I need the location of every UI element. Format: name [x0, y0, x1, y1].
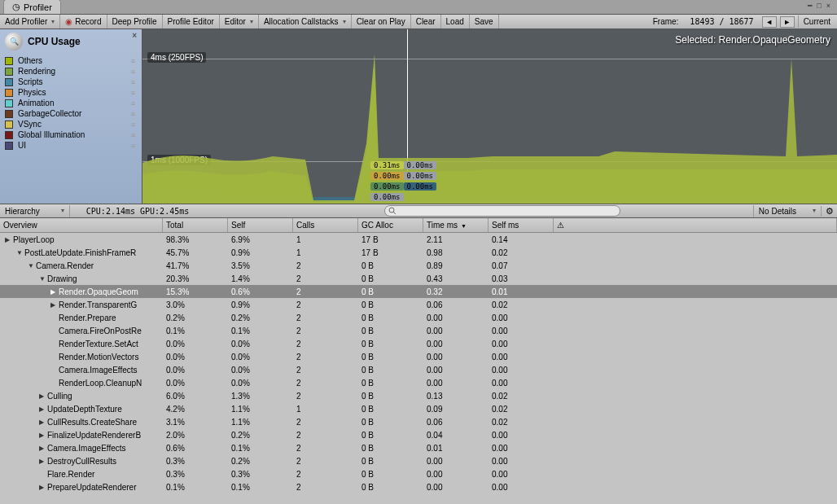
row-total: 0.1%	[163, 483, 228, 492]
editor-dropdown[interactable]: Editor	[220, 15, 259, 28]
row-self: 0.6%	[228, 287, 293, 296]
legend-item-physics[interactable]: Physics≡	[5, 87, 137, 98]
profiler-tab[interactable]: ◷ Profiler	[3, 0, 61, 14]
tree-row[interactable]: ▶PlayerLoop98.3%6.9%117 B2.110.14	[0, 233, 837, 246]
frame-prev-button[interactable]: ◄	[762, 16, 777, 28]
col-calls[interactable]: Calls	[293, 218, 358, 232]
row-gc: 0 B	[358, 470, 423, 479]
legend-item-ui[interactable]: UI≡	[5, 140, 137, 151]
tree-row[interactable]: RenderTexture.SetAct0.0%0.0%20 B0.000.00	[0, 337, 837, 350]
save-button[interactable]: Save	[470, 15, 499, 28]
frame-navigator: Frame: 18493 / 18677 ◄ ► Current	[648, 15, 837, 28]
drag-handle-icon[interactable]: ≡	[131, 142, 134, 150]
tree-row[interactable]: ▶Render.OpaqueGeom15.3%0.6%20 B0.320.01	[0, 285, 837, 298]
drag-handle-icon[interactable]: ≡	[131, 68, 134, 76]
row-total: 0.0%	[163, 353, 228, 362]
expand-arrow-icon[interactable]: ▶	[5, 236, 13, 243]
frame-next-button[interactable]: ►	[780, 16, 795, 28]
row-gc: 0 B	[358, 274, 423, 283]
tree-row[interactable]: ▶CullResults.CreateShare3.1%1.1%20 B0.06…	[0, 415, 837, 428]
load-button[interactable]: Load	[441, 15, 470, 28]
col-warnings[interactable]: ⚠	[554, 218, 837, 232]
drag-handle-icon[interactable]: ≡	[131, 131, 134, 139]
tree-row[interactable]: ▶FinalizeUpdateRendererB2.0%0.2%20 B0.04…	[0, 428, 837, 441]
expand-arrow-icon[interactable]: ▼	[16, 249, 24, 256]
profiler-graph[interactable]: Selected: Render.OpaqueGeometry 4ms (250…	[142, 29, 837, 204]
tree-row[interactable]: Camera.FireOnPostRe0.1%0.1%20 B0.000.00	[0, 324, 837, 337]
hierarchy-dropdown[interactable]: Hierarchy	[0, 205, 70, 217]
clear-on-play-button[interactable]: Clear on Play	[352, 15, 411, 28]
expand-arrow-icon[interactable]: ▶	[39, 419, 47, 426]
tree-row[interactable]: ▶PrepareUpdateRenderer0.1%0.1%20 B0.000.…	[0, 480, 837, 493]
legend-item-animation[interactable]: Animation≡	[5, 98, 137, 108]
tree-row[interactable]: ▶Culling6.0%1.3%20 B0.130.02	[0, 389, 837, 402]
row-time: 0.43	[423, 274, 489, 283]
row-name: RenderLoop.CleanupN	[59, 379, 142, 388]
col-gc-alloc[interactable]: GC Alloc	[358, 218, 423, 232]
expand-arrow-icon[interactable]: ▶	[39, 405, 47, 413]
window-close-icon[interactable]: ×	[825, 2, 832, 10]
deep-profile-button[interactable]: Deep Profile	[107, 15, 163, 28]
tree-row[interactable]: ▶UpdateDepthTexture4.2%1.1%10 B0.090.02	[0, 402, 837, 415]
drag-handle-icon[interactable]: ≡	[131, 121, 134, 129]
tree-row[interactable]: ▶Render.TransparentG3.0%0.9%20 B0.060.02	[0, 298, 837, 311]
legend-item-rendering[interactable]: Rendering≡	[5, 66, 137, 77]
tree-row[interactable]: Flare.Render0.3%0.3%20 B0.000.00	[0, 467, 837, 480]
expand-arrow-icon[interactable]: ▶	[39, 432, 47, 439]
current-button[interactable]: Current	[798, 15, 835, 28]
row-time: 0.00	[423, 353, 489, 362]
row-selfms: 0.00	[489, 379, 554, 388]
tree-row[interactable]: ▶Camera.ImageEffects0.6%0.1%20 B0.010.00	[0, 441, 837, 454]
tree-row[interactable]: Render.Prepare0.2%0.2%20 B0.000.00	[0, 311, 837, 324]
record-button[interactable]: ◉ Record	[60, 15, 107, 28]
tree-row[interactable]: ▼Drawing20.3%1.4%20 B0.430.03	[0, 272, 837, 285]
drag-handle-icon[interactable]: ≡	[131, 57, 134, 65]
row-self: 1.3%	[228, 392, 293, 401]
tree-row[interactable]: ▼Camera.Render41.7%3.5%20 B0.890.07	[0, 259, 837, 272]
tree-row[interactable]: Render.MotionVectors0.0%0.0%20 B0.000.00	[0, 350, 837, 363]
window-max-icon[interactable]: □	[815, 2, 822, 10]
expand-arrow-icon[interactable]: ▶	[50, 301, 59, 309]
legend-item-global-illumination[interactable]: Global Illumination≡	[5, 129, 137, 140]
sidebar-close-icon[interactable]: ×	[132, 31, 137, 40]
tree-row[interactable]: Camera.ImageEffects0.0%0.0%20 B0.000.00	[0, 363, 837, 376]
search-input[interactable]	[384, 205, 620, 217]
legend-item-garbagecollector[interactable]: GarbageCollector≡	[5, 108, 137, 119]
row-calls: 2	[293, 261, 358, 270]
window-min-icon[interactable]: ━	[806, 2, 813, 10]
graph-stacked-area	[142, 29, 837, 204]
add-profiler-dropdown[interactable]: Add Profiler	[0, 15, 60, 28]
clear-button[interactable]: Clear	[411, 15, 441, 28]
row-self: 0.0%	[228, 353, 293, 362]
col-total[interactable]: Total	[163, 218, 228, 232]
tree-row[interactable]: ▼PostLateUpdate.FinishFrameR45.7%0.9%117…	[0, 246, 837, 259]
details-dropdown[interactable]: No Details	[753, 205, 821, 217]
profile-editor-button[interactable]: Profile Editor	[163, 15, 220, 28]
legend-item-vsync[interactable]: VSync≡	[5, 119, 137, 129]
drag-handle-icon[interactable]: ≡	[131, 89, 134, 97]
legend-label: Scripts	[18, 77, 43, 86]
expand-arrow-icon[interactable]: ▶	[39, 458, 47, 465]
col-self[interactable]: Self	[228, 218, 293, 232]
tree-row[interactable]: ▶DestroyCullResults0.3%0.2%20 B0.000.00	[0, 454, 837, 467]
col-time-ms[interactable]: Time ms▼	[423, 218, 489, 232]
expand-arrow-icon[interactable]: ▼	[39, 275, 47, 283]
hierarchy-tree[interactable]: ▶PlayerLoop98.3%6.9%117 B2.110.14▼PostLa…	[0, 233, 837, 504]
tree-row[interactable]: RenderLoop.CleanupN0.0%0.0%20 B0.000.00	[0, 376, 837, 389]
drag-handle-icon[interactable]: ≡	[131, 110, 134, 118]
expand-arrow-icon[interactable]: ▼	[28, 262, 36, 270]
expand-arrow-icon[interactable]: ▶	[50, 288, 59, 296]
legend-item-others[interactable]: Others≡	[5, 55, 137, 66]
legend-label: GarbageCollector	[18, 109, 81, 118]
drag-handle-icon[interactable]: ≡	[131, 99, 134, 107]
col-overview[interactable]: Overview	[0, 218, 163, 232]
tree-column-headers: Overview Total Self Calls GC Alloc Time …	[0, 218, 837, 233]
expand-arrow-icon[interactable]: ▶	[39, 484, 47, 491]
expand-arrow-icon[interactable]: ▶	[39, 392, 47, 400]
drag-handle-icon[interactable]: ≡	[131, 78, 134, 86]
legend-item-scripts[interactable]: Scripts≡	[5, 77, 137, 87]
expand-arrow-icon[interactable]: ▶	[39, 445, 47, 452]
col-self-ms[interactable]: Self ms	[489, 218, 554, 232]
allocation-callstacks-dropdown[interactable]: Allocation Callstacks	[259, 15, 352, 28]
gear-icon[interactable]: ⚙	[821, 206, 837, 217]
